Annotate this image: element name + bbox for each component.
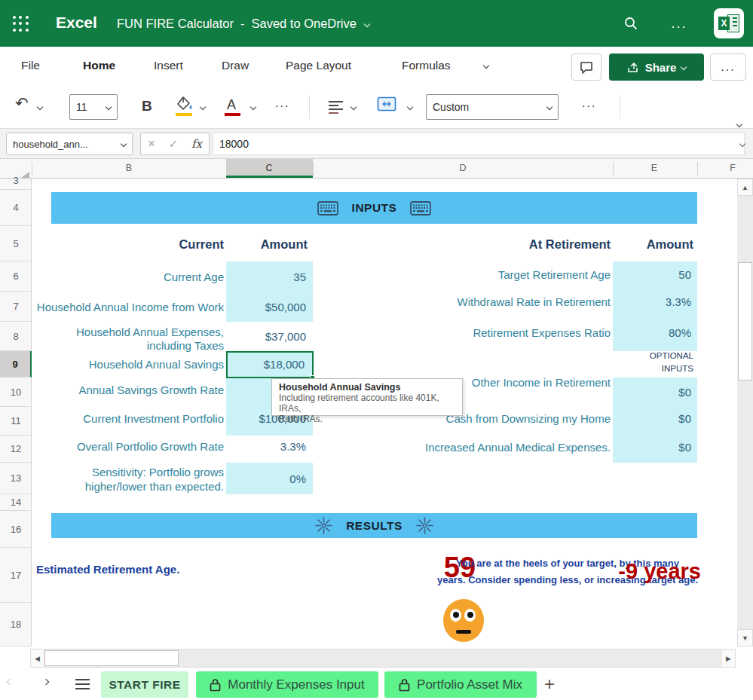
vertical-scrollbar[interactable]: ▲ ▼ — [737, 179, 753, 647]
row-header-7[interactable]: 7 — [0, 292, 32, 322]
cell-value[interactable]: $0 — [613, 441, 691, 454]
sheet-nav-right-chevron-icon[interactable] — [43, 679, 49, 685]
alignment-button[interactable] — [329, 101, 344, 114]
tab-insert[interactable]: Insert — [154, 59, 183, 72]
right-at-retirement-header[interactable]: At Retirement — [460, 237, 611, 252]
column-header-b[interactable]: B — [126, 163, 132, 173]
cell-label[interactable]: Overall Portfolio Growth Rate — [30, 440, 224, 453]
fx-icon[interactable]: fx — [191, 137, 202, 151]
font-group-more-button[interactable]: ... — [275, 96, 289, 110]
right-amount-header[interactable]: Amount — [620, 237, 693, 252]
cell-label[interactable]: Withdrawal Rate in Retirement — [415, 295, 611, 308]
left-current-header[interactable]: Current — [75, 237, 224, 252]
cell-value[interactable]: 50 — [613, 268, 691, 281]
row-header-14[interactable]: 14 — [0, 494, 32, 511]
sheet-tab-portfolio-asset-mix[interactable]: Portfolio Asset Mix — [384, 671, 537, 698]
estimated-retirement-age-label[interactable]: Estimated Retirement Age. — [36, 563, 179, 576]
tab-home[interactable]: Home — [83, 59, 115, 72]
row-header-5[interactable]: 5 — [0, 226, 32, 261]
undo-chevron-icon[interactable] — [37, 104, 43, 110]
name-box[interactable]: household_ann... — [6, 133, 133, 155]
document-title[interactable]: FUN FIRE Calculator - Saved to OneDrive — [117, 17, 369, 31]
left-amount-header[interactable]: Amount — [234, 237, 308, 252]
cell-label[interactable]: higher/lower than expected. — [30, 480, 224, 493]
merge-chevron-icon[interactable] — [407, 104, 413, 110]
row-header-13[interactable]: 13 — [0, 463, 32, 494]
number-format-dropdown[interactable]: Custom — [426, 94, 559, 120]
cell-label[interactable]: Current Investment Portfolio — [30, 412, 224, 425]
app-name[interactable]: Excel — [56, 14, 97, 32]
sheet-tab-start-fire[interactable]: START FIRE — [101, 671, 188, 698]
cell-value[interactable]: $0 — [613, 412, 691, 425]
cell-label[interactable]: Household Annual Expenses, — [30, 326, 224, 338]
selected-cell-border[interactable] — [226, 351, 314, 378]
cell-label[interactable]: including Taxes — [30, 339, 224, 352]
row-header-9[interactable]: 9 — [0, 351, 32, 378]
column-header-c[interactable]: C — [265, 163, 272, 173]
cell-label[interactable]: Target Retirement Age — [415, 268, 611, 281]
row-header-4[interactable]: 4 — [0, 190, 32, 226]
more-tabs-chevron-icon[interactable] — [483, 63, 489, 69]
formula-input[interactable]: 18000 — [213, 133, 745, 155]
sheet-tab-monthly-expenses-input[interactable]: Monthly Expenses Input — [196, 671, 378, 698]
cell-label[interactable]: Retirement Expenses Ratio — [415, 326, 611, 339]
sheet-nav-left-chevron-icon[interactable] — [7, 679, 13, 685]
cell-value[interactable]: 3.3% — [613, 295, 691, 308]
cell-label[interactable]: Sensitivity: Portfolio grows — [30, 466, 224, 478]
font-color-chevron-icon[interactable] — [250, 104, 256, 110]
bold-button[interactable]: B — [142, 98, 152, 115]
row-header-6[interactable]: 6 — [0, 261, 32, 292]
row-header-18[interactable]: 18 — [0, 603, 32, 647]
app-launcher-waffle-icon[interactable] — [13, 16, 29, 32]
cell-label[interactable]: Household Annual Savings — [30, 358, 224, 371]
horizontal-scroll-thumb[interactable] — [44, 650, 179, 666]
column-header-d[interactable]: D — [459, 163, 466, 173]
row-header-17[interactable]: 17 — [0, 548, 32, 603]
fill-color-chevron-icon[interactable] — [200, 104, 206, 110]
cell-value[interactable]: 3.3% — [226, 440, 306, 453]
scroll-right-button[interactable]: ▶ — [722, 650, 735, 667]
row-header-10[interactable]: 10 — [0, 378, 32, 407]
add-sheet-button[interactable]: + — [544, 674, 555, 695]
tab-page-layout[interactable]: Page Layout — [286, 59, 351, 72]
scroll-left-button[interactable]: ◀ — [31, 650, 44, 667]
undo-button[interactable]: ↶ — [15, 94, 29, 112]
collapse-ribbon-chevron-icon[interactable] — [736, 121, 742, 127]
years-delta-value[interactable]: -9 years — [595, 559, 701, 584]
toolbar-more-button[interactable]: ... — [582, 96, 596, 110]
row-header-12[interactable]: 12 — [0, 436, 32, 463]
scroll-down-button[interactable]: ▼ — [737, 629, 753, 647]
cell-label[interactable]: Annual Savings Growth Rate — [30, 384, 224, 396]
confirm-entry-button[interactable]: ✓ — [169, 137, 179, 151]
share-button[interactable]: Share — [609, 53, 704, 81]
cell-value[interactable]: $0 — [613, 386, 691, 399]
tab-draw[interactable]: Draw — [222, 59, 249, 72]
alignment-chevron-icon[interactable] — [350, 104, 357, 110]
row-header-8[interactable]: 8 — [0, 322, 32, 351]
titlebar-more-button[interactable]: ... — [666, 12, 692, 35]
cell-value[interactable]: $50,000 — [226, 301, 306, 313]
chevron-down-icon[interactable] — [364, 20, 370, 26]
cell-value[interactable]: 0% — [226, 472, 306, 485]
tab-formulas[interactable]: Formulas — [402, 59, 451, 72]
comments-button[interactable] — [571, 53, 601, 81]
cell-label[interactable]: Increased Annual Medical Expenses. — [415, 441, 611, 454]
cancel-entry-button[interactable]: × — [148, 136, 155, 151]
sheet-list-menu-icon[interactable] — [75, 679, 90, 692]
row-header-11[interactable]: 11 — [0, 407, 32, 436]
font-size-dropdown[interactable]: 11 — [69, 94, 118, 120]
cell-value[interactable]: 80% — [613, 326, 691, 339]
cell-value[interactable]: 35 — [226, 271, 306, 283]
row-header-16[interactable]: 16 — [0, 511, 32, 548]
excel-app-icon[interactable]: X — [714, 8, 744, 38]
cell-label[interactable]: Current Age — [35, 271, 224, 283]
cell-label[interactable]: Household Annual Income from Work — [30, 301, 224, 313]
cell-value[interactable]: $37,000 — [226, 330, 306, 343]
tab-file[interactable]: File — [21, 59, 40, 72]
vertical-scroll-thumb[interactable] — [738, 262, 752, 381]
scroll-up-button[interactable]: ▲ — [737, 179, 753, 196]
row-header-3[interactable]: 3 — [0, 171, 32, 190]
ribbon-more-button[interactable]: ... — [710, 53, 746, 81]
column-header-e[interactable]: E — [651, 163, 657, 173]
horizontal-scrollbar[interactable]: ◀ ▶ — [30, 649, 736, 668]
